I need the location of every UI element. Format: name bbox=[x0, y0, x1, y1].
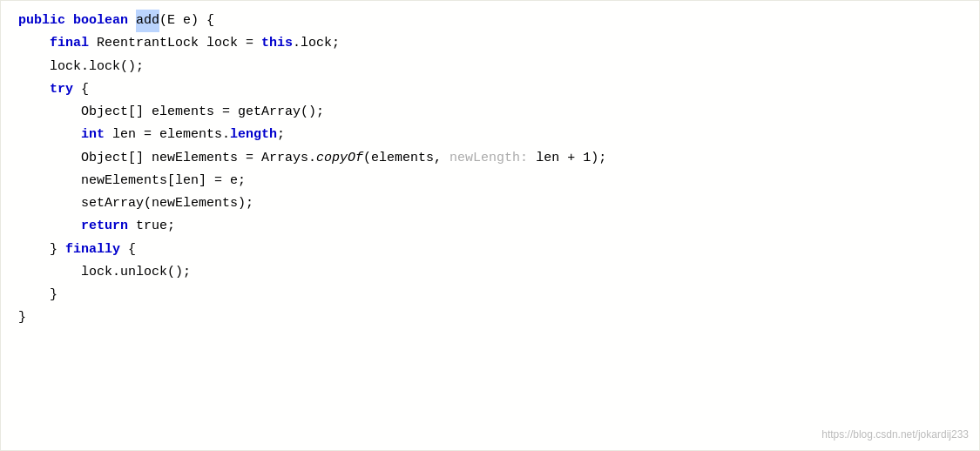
keyword-int: int bbox=[81, 124, 105, 146]
keyword-try: try bbox=[50, 78, 73, 101]
keyword-final: final bbox=[50, 32, 89, 55]
keyword-boolean: boolean bbox=[73, 10, 128, 32]
field-length: length bbox=[230, 124, 277, 146]
code-line-14: } bbox=[18, 306, 962, 329]
code-line-5: Object[] elements = getArray(); bbox=[18, 101, 962, 124]
keyword-public: public bbox=[18, 10, 65, 32]
keyword-return: return bbox=[81, 215, 128, 238]
code-line-1: public boolean add(E e) { bbox=[18, 10, 962, 32]
code-line-3: lock.lock(); bbox=[18, 56, 962, 78]
code-line-12: lock.unlock(); bbox=[18, 261, 962, 284]
code-line-10: return true; bbox=[18, 215, 962, 238]
code-line-4: try { bbox=[18, 78, 962, 101]
code-line-6: int len = elements. length ; bbox=[18, 124, 962, 146]
code-line-2: final ReentrantLock lock = this .lock; bbox=[18, 32, 962, 55]
code-line-11: } finally { bbox=[18, 239, 962, 261]
code-line-7: Object[] newElements = Arrays. copyOf (e… bbox=[18, 147, 962, 170]
param-hint-newlength: newLength: bbox=[449, 147, 536, 170]
watermark: https://blog.csdn.net/jokardij233 bbox=[821, 427, 969, 443]
code-line-8: newElements[len] = e; bbox=[18, 170, 962, 192]
keyword-this: this bbox=[261, 32, 293, 55]
method-copyof: copyOf bbox=[316, 147, 363, 170]
code-line-13: } bbox=[18, 284, 962, 306]
code-editor: public boolean add(E e) { final Reentran… bbox=[0, 0, 980, 451]
code-line-9: setArray(newElements); bbox=[18, 192, 962, 215]
keyword-finally: finally bbox=[65, 239, 120, 261]
